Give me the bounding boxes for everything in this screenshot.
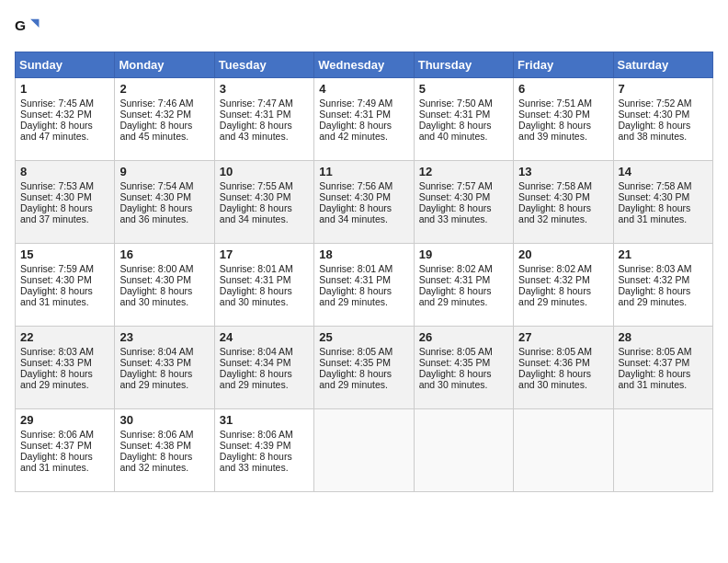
header-cell-wednesday: Wednesday (314, 52, 414, 78)
daylight-label: Daylight: 8 hours and 29 minutes. (20, 368, 93, 390)
day-number: 13 (518, 165, 608, 178)
sunrise-label: Sunrise: 8:04 AM (119, 346, 193, 357)
calendar-day-cell: 8 Sunrise: 7:53 AM Sunset: 4:30 PM Dayli… (16, 161, 115, 244)
sunset-label: Sunset: 4:31 PM (220, 109, 291, 120)
calendar-day-cell: 10 Sunrise: 7:55 AM Sunset: 4:30 PM Dayl… (214, 161, 313, 244)
day-number: 14 (619, 165, 708, 178)
svg-marker-1 (30, 19, 39, 28)
sunset-label: Sunset: 4:30 PM (20, 191, 92, 202)
calendar-day-cell: 16 Sunrise: 8:00 AM Sunset: 4:30 PM Dayl… (115, 244, 214, 327)
sunrise-label: Sunrise: 8:06 AM (20, 429, 94, 440)
sunset-label: Sunset: 4:30 PM (619, 109, 690, 120)
calendar-day-cell: 4 Sunrise: 7:49 AM Sunset: 4:31 PM Dayli… (314, 78, 414, 161)
daylight-label: Daylight: 8 hours and 31 minutes. (20, 285, 93, 307)
sunrise-label: Sunrise: 7:46 AM (119, 98, 193, 109)
sunrise-label: Sunrise: 8:01 AM (220, 263, 293, 274)
day-number: 29 (20, 413, 109, 427)
day-number: 7 (619, 82, 708, 96)
calendar-day-cell: 2 Sunrise: 7:46 AM Sunset: 4:32 PM Dayli… (115, 78, 214, 161)
sunset-label: Sunset: 4:38 PM (119, 440, 191, 451)
sunrise-label: Sunrise: 7:45 AM (20, 98, 94, 109)
day-number: 28 (619, 330, 708, 344)
daylight-label: Daylight: 8 hours and 30 minutes. (220, 285, 292, 307)
day-number: 23 (119, 330, 209, 344)
calendar-day-cell: 15 Sunrise: 7:59 AM Sunset: 4:30 PM Dayl… (16, 244, 115, 327)
calendar-day-cell: 12 Sunrise: 7:57 AM Sunset: 4:30 PM Dayl… (414, 161, 513, 244)
day-number: 4 (319, 82, 408, 96)
sunset-label: Sunset: 4:37 PM (619, 357, 690, 368)
daylight-label: Daylight: 8 hours and 39 minutes. (518, 120, 591, 142)
day-number: 5 (419, 82, 508, 96)
daylight-label: Daylight: 8 hours and 34 minutes. (319, 202, 392, 224)
sunset-label: Sunset: 4:30 PM (419, 191, 491, 202)
day-number: 3 (220, 82, 309, 96)
sunset-label: Sunset: 4:34 PM (220, 357, 291, 368)
daylight-label: Daylight: 8 hours and 30 minutes. (419, 368, 492, 390)
calendar-day-cell: 28 Sunrise: 8:05 AM Sunset: 4:37 PM Dayl… (613, 327, 712, 409)
daylight-label: Daylight: 8 hours and 29 minutes. (419, 285, 492, 307)
sunset-label: Sunset: 4:30 PM (518, 191, 590, 202)
sunrise-label: Sunrise: 8:00 AM (119, 263, 193, 274)
calendar-day-cell: 23 Sunrise: 8:04 AM Sunset: 4:33 PM Dayl… (115, 327, 214, 409)
daylight-label: Daylight: 8 hours and 31 minutes. (20, 451, 93, 473)
day-number: 8 (20, 165, 109, 178)
header-cell-sunday: Sunday (16, 52, 115, 78)
sunrise-label: Sunrise: 8:02 AM (419, 263, 493, 274)
calendar-day-cell: 5 Sunrise: 7:50 AM Sunset: 4:31 PM Dayli… (414, 78, 513, 161)
sunrise-label: Sunrise: 7:47 AM (220, 98, 293, 109)
sunrise-label: Sunrise: 8:01 AM (319, 263, 392, 274)
daylight-label: Daylight: 8 hours and 37 minutes. (20, 202, 93, 224)
sunset-label: Sunset: 4:32 PM (518, 274, 590, 285)
daylight-label: Daylight: 8 hours and 29 minutes. (518, 285, 591, 307)
calendar-day-cell: 26 Sunrise: 8:05 AM Sunset: 4:35 PM Dayl… (414, 327, 513, 409)
sunset-label: Sunset: 4:37 PM (20, 440, 92, 451)
sunset-label: Sunset: 4:35 PM (419, 357, 491, 368)
sunset-label: Sunset: 4:30 PM (518, 109, 590, 120)
day-number: 24 (220, 330, 309, 344)
sunset-label: Sunset: 4:30 PM (20, 274, 92, 285)
calendar-week-row: 8 Sunrise: 7:53 AM Sunset: 4:30 PM Dayli… (16, 161, 713, 244)
calendar-day-cell: 14 Sunrise: 7:58 AM Sunset: 4:30 PM Dayl… (613, 161, 712, 244)
calendar-table: SundayMondayTuesdayWednesdayThursdayFrid… (15, 52, 713, 492)
day-number: 27 (518, 330, 608, 344)
calendar-day-cell: 13 Sunrise: 7:58 AM Sunset: 4:30 PM Dayl… (514, 161, 613, 244)
day-number: 25 (319, 330, 408, 344)
calendar-day-cell: 29 Sunrise: 8:06 AM Sunset: 4:37 PM Dayl… (16, 409, 115, 492)
header-cell-monday: Monday (115, 52, 214, 78)
header: G (15, 15, 713, 40)
sunrise-label: Sunrise: 7:54 AM (119, 180, 193, 191)
sunrise-label: Sunrise: 7:53 AM (20, 180, 94, 191)
sunset-label: Sunset: 4:33 PM (20, 357, 92, 368)
sunrise-label: Sunrise: 8:03 AM (20, 346, 94, 357)
daylight-label: Daylight: 8 hours and 38 minutes. (619, 120, 691, 142)
daylight-label: Daylight: 8 hours and 33 minutes. (220, 451, 292, 473)
sunrise-label: Sunrise: 7:50 AM (419, 98, 493, 109)
daylight-label: Daylight: 8 hours and 43 minutes. (220, 120, 292, 142)
sunrise-label: Sunrise: 7:58 AM (518, 180, 592, 191)
sunrise-label: Sunrise: 8:06 AM (220, 429, 293, 440)
daylight-label: Daylight: 8 hours and 36 minutes. (119, 202, 192, 224)
calendar-day-cell: 21 Sunrise: 8:03 AM Sunset: 4:32 PM Dayl… (613, 244, 712, 327)
logo: G (15, 15, 44, 40)
daylight-label: Daylight: 8 hours and 47 minutes. (20, 120, 93, 142)
day-number: 17 (220, 247, 309, 261)
sunrise-label: Sunrise: 8:06 AM (119, 429, 193, 440)
sunset-label: Sunset: 4:35 PM (319, 357, 391, 368)
sunrise-label: Sunrise: 8:05 AM (619, 346, 692, 357)
calendar-day-cell: 25 Sunrise: 8:05 AM Sunset: 4:35 PM Dayl… (314, 327, 414, 409)
day-number: 22 (20, 330, 109, 344)
daylight-label: Daylight: 8 hours and 29 minutes. (619, 285, 691, 307)
day-number: 10 (220, 165, 309, 178)
sunrise-label: Sunrise: 7:55 AM (220, 180, 293, 191)
day-number: 15 (20, 247, 109, 261)
daylight-label: Daylight: 8 hours and 30 minutes. (119, 285, 192, 307)
calendar-day-cell: 30 Sunrise: 8:06 AM Sunset: 4:38 PM Dayl… (115, 409, 214, 492)
day-number: 12 (419, 165, 508, 178)
calendar-day-cell: 7 Sunrise: 7:52 AM Sunset: 4:30 PM Dayli… (613, 78, 712, 161)
sunrise-label: Sunrise: 8:03 AM (619, 263, 692, 274)
sunset-label: Sunset: 4:31 PM (319, 274, 391, 285)
day-number: 2 (119, 82, 209, 96)
day-number: 19 (419, 247, 508, 261)
daylight-label: Daylight: 8 hours and 34 minutes. (220, 202, 292, 224)
calendar-day-cell: 1 Sunrise: 7:45 AM Sunset: 4:32 PM Dayli… (16, 78, 115, 161)
